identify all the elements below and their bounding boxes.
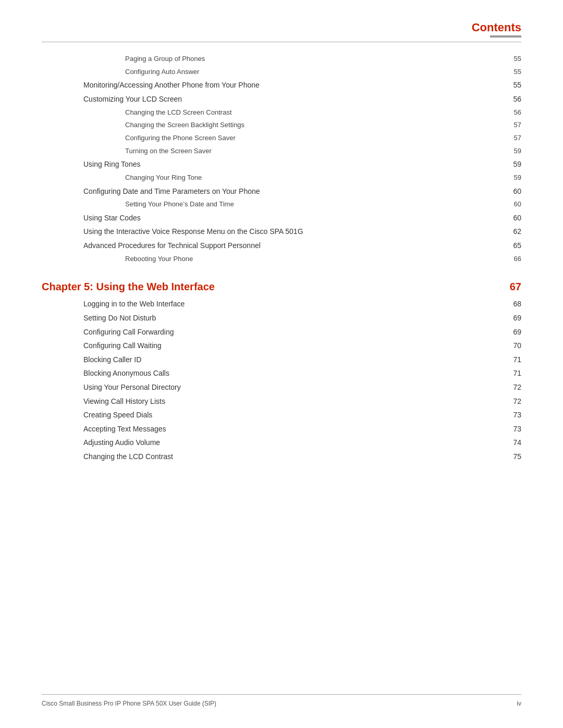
toc-entry: Configuring Auto Answer55	[42, 66, 521, 79]
page-container: Contents Paging a Group of Phones55Confi…	[0, 0, 563, 728]
toc-entries-after: Logging in to the Web Interface68Setting…	[42, 297, 521, 463]
toc-label: Configuring Auto Answer	[125, 66, 500, 79]
toc-entry: Changing Your Ring Tone59	[42, 171, 521, 184]
toc-label: Viewing Call History Lists	[83, 394, 500, 409]
toc-page: 68	[500, 297, 521, 311]
toc-label: Rebooting Your Phone	[125, 253, 500, 266]
toc-entry: Monitoring/Accessing Another Phone from …	[42, 78, 521, 92]
toc-label: Changing the LCD Screen Contrast	[125, 106, 500, 119]
toc-label: Setting Your Phone’s Date and Time	[125, 198, 500, 211]
toc-page: 71	[500, 366, 521, 380]
toc-entry: Changing the Screen Backlight Settings57	[42, 119, 521, 132]
toc-entry: Using Ring Tones59	[42, 157, 521, 171]
toc-page: 69	[500, 325, 521, 339]
toc-label: Configuring Call Forwarding	[83, 325, 500, 339]
footer-divider	[42, 694, 521, 695]
toc-page: 59	[500, 157, 521, 171]
toc-label: Blocking Anonymous Calls	[83, 366, 500, 380]
page-title: Contents	[472, 21, 521, 34]
footer-page: iv	[517, 700, 521, 707]
toc-label: Logging in to the Web Interface	[83, 297, 500, 311]
toc-entry: Changing the LCD Contrast75	[42, 450, 521, 464]
toc-label: Using the Interactive Voice Response Men…	[83, 225, 500, 239]
toc-page: 75	[500, 450, 521, 464]
toc-label: Creating Speed Dials	[83, 408, 500, 422]
toc-label: Paging a Group of Phones	[125, 53, 500, 66]
toc-entry: Creating Speed Dials73	[42, 408, 521, 422]
toc-page: 72	[500, 380, 521, 394]
toc-entry: Configuring the Phone Screen Saver57	[42, 132, 521, 145]
toc-entry: Advanced Procedures for Technical Suppor…	[42, 239, 521, 253]
header-right-bar: Contents	[42, 21, 521, 34]
toc-entry: Blocking Anonymous Calls71	[42, 366, 521, 380]
toc-entry: Rebooting Your Phone66	[42, 253, 521, 266]
toc-entry: Configuring Call Waiting70	[42, 339, 521, 353]
toc-page: 59	[500, 145, 521, 158]
toc-page: 57	[500, 119, 521, 132]
toc-entry: Adjusting Audio Volume74	[42, 436, 521, 450]
toc-entry: Logging in to the Web Interface68	[42, 297, 521, 311]
toc-label: Customizing Your LCD Screen	[83, 92, 500, 106]
chapter-title: Chapter 5: Using the Web Interface	[42, 281, 215, 293]
footer-section: Cisco Small Business Pro IP Phone SPA 50…	[0, 694, 563, 707]
toc-label: Blocking Caller ID	[83, 353, 500, 367]
toc-page: 56	[500, 92, 521, 106]
toc-entries-before: Paging a Group of Phones55Configuring Au…	[42, 53, 521, 265]
toc-label: Monitoring/Accessing Another Phone from …	[83, 78, 500, 92]
toc-page: 55	[500, 66, 521, 79]
toc-entry: Using the Interactive Voice Response Men…	[42, 225, 521, 239]
toc-label: Configuring the Phone Screen Saver	[125, 132, 500, 145]
toc-page: 70	[500, 339, 521, 353]
content-section: Paging a Group of Phones55Configuring Au…	[0, 42, 563, 474]
toc-entry: Customizing Your LCD Screen56	[42, 92, 521, 106]
toc-page: 60	[500, 198, 521, 211]
toc-page: 55	[500, 53, 521, 66]
toc-page: 65	[500, 239, 521, 253]
toc-label: Using Your Personal Directory	[83, 380, 500, 394]
header-accent-bar	[490, 35, 521, 38]
toc-page: 60	[500, 184, 521, 199]
toc-label: Changing the LCD Contrast	[83, 450, 500, 464]
toc-label: Configuring Date and Time Parameters on …	[83, 184, 500, 199]
toc-label: Turning on the Screen Saver	[125, 145, 500, 158]
toc-page: 55	[500, 78, 521, 92]
toc-page: 60	[500, 211, 521, 225]
toc-entry: Setting Your Phone’s Date and Time60	[42, 198, 521, 211]
toc-page: 69	[500, 311, 521, 325]
toc-label: Using Ring Tones	[83, 157, 500, 171]
toc-entry: Accepting Text Messages73	[42, 422, 521, 436]
toc-page: 72	[500, 394, 521, 409]
toc-page: 56	[500, 106, 521, 119]
toc-entry: Setting Do Not Disturb69	[42, 311, 521, 325]
toc-entry: Configuring Call Forwarding69	[42, 325, 521, 339]
toc-label: Changing Your Ring Tone	[125, 171, 500, 184]
toc-page: 59	[500, 171, 521, 184]
toc-label: Adjusting Audio Volume	[83, 436, 500, 450]
toc-entry: Using Star Codes60	[42, 211, 521, 225]
header-section: Contents	[0, 0, 563, 42]
toc-page: 73	[500, 422, 521, 436]
toc-label: Changing the Screen Backlight Settings	[125, 119, 500, 132]
toc-page: 73	[500, 408, 521, 422]
toc-page: 62	[500, 225, 521, 239]
chapter-page: 67	[500, 281, 521, 293]
toc-label: Configuring Call Waiting	[83, 339, 500, 353]
chapter-heading: Chapter 5: Using the Web Interface 67	[42, 281, 521, 293]
toc-entry: Viewing Call History Lists72	[42, 394, 521, 409]
toc-page: 57	[500, 132, 521, 145]
toc-page: 71	[500, 353, 521, 367]
toc-page: 74	[500, 436, 521, 450]
toc-entry: Turning on the Screen Saver59	[42, 145, 521, 158]
toc-entry: Using Your Personal Directory72	[42, 380, 521, 394]
footer-content: Cisco Small Business Pro IP Phone SPA 50…	[42, 700, 521, 707]
toc-entry: Changing the LCD Screen Contrast56	[42, 106, 521, 119]
toc-label: Setting Do Not Disturb	[83, 311, 500, 325]
toc-entry: Paging a Group of Phones55	[42, 53, 521, 66]
footer-label: Cisco Small Business Pro IP Phone SPA 50…	[42, 700, 216, 707]
toc-entry: Blocking Caller ID71	[42, 353, 521, 367]
toc-label: Advanced Procedures for Technical Suppor…	[83, 239, 500, 253]
toc-label: Accepting Text Messages	[83, 422, 500, 436]
toc-label: Using Star Codes	[83, 211, 500, 225]
toc-entry: Configuring Date and Time Parameters on …	[42, 184, 521, 199]
toc-page: 66	[500, 253, 521, 266]
